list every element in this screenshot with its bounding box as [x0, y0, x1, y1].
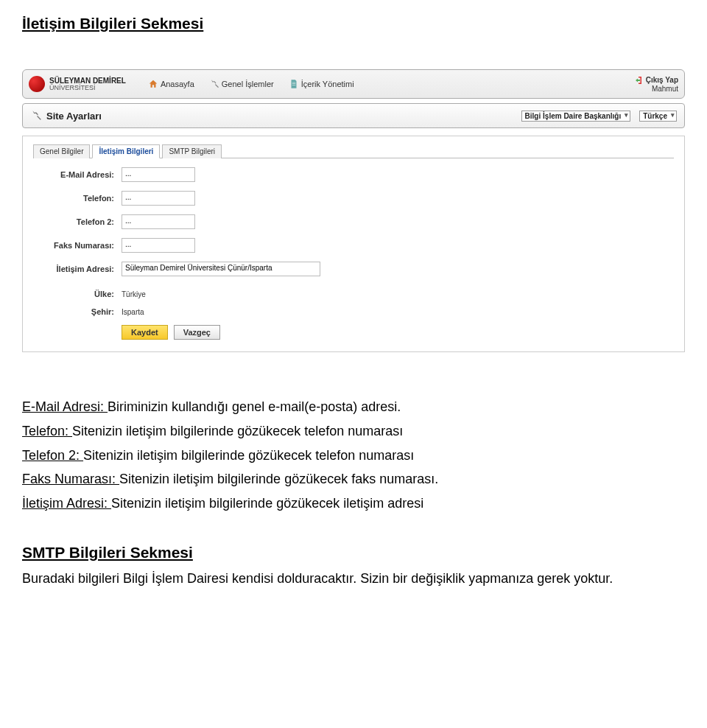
form-container: Genel Bilgiler İletişim Bilgileri SMTP B…: [22, 136, 685, 352]
tel2-label: Telefon 2:: [33, 217, 122, 226]
uni-title-block: SÜLEYMAN DEMİREL ÜNİVERSİTESİ: [49, 77, 126, 91]
logout-icon: [635, 76, 644, 85]
cancel-button[interactable]: Vazgeç: [174, 325, 220, 340]
department-select[interactable]: Bilgi İşlem Daire Başkanlığı: [521, 111, 631, 122]
faks-label: Faks Numarası:: [33, 241, 122, 250]
gear-icon: [30, 110, 42, 122]
logout-link[interactable]: Çıkış Yap: [635, 76, 678, 85]
nav-label: Genel İşlemler: [222, 80, 274, 88]
tel2-input[interactable]: ...: [122, 214, 195, 229]
home-icon: [148, 79, 158, 89]
ulke-value: Türkiye: [122, 290, 146, 298]
faks-input[interactable]: ...: [122, 238, 195, 253]
user-name: Mahmut: [652, 85, 678, 93]
sehir-value: Isparta: [122, 308, 144, 316]
uni-sub: ÜNİVERSİTESİ: [49, 85, 126, 91]
email-label: E-Mail Adresi:: [33, 170, 122, 179]
uni-logo: [29, 76, 45, 92]
descriptions: E-Mail Adresi: Biriminizin kullandığı ge…: [22, 396, 685, 514]
tab-smtp[interactable]: SMTP Bilgileri: [162, 144, 222, 158]
panel-header: Site Ayarları Bilgi İşlem Daire Başkanlı…: [22, 103, 685, 128]
nav-label: İçerik Yönetimi: [301, 80, 354, 88]
nav-label: Anasayfa: [161, 80, 194, 88]
tab-contact[interactable]: İletişim Bilgileri: [92, 144, 160, 158]
email-desc: Biriminizin kullandığı genel e-mail(e-po…: [108, 399, 401, 414]
adres-desc-title: İletişim Adresi:: [22, 496, 111, 511]
tools-icon: [209, 79, 219, 89]
nav-general[interactable]: Genel İşlemler: [209, 79, 274, 89]
save-button[interactable]: Kaydet: [122, 325, 168, 340]
faks-desc: Sitenizin iletişim bilgilerinde gözükece…: [119, 472, 438, 486]
tabs: Genel Bilgiler İletişim Bilgileri SMTP B…: [33, 144, 674, 158]
tel-input[interactable]: ...: [122, 191, 195, 206]
nav-home[interactable]: Anasayfa: [148, 79, 194, 89]
smtp-body: Buradaki bilgileri Bilgi İşlem Dairesi k…: [22, 569, 685, 589]
adres-desc: Sitenizin iletişim bilgilerinde gözükece…: [111, 496, 423, 511]
adres-input[interactable]: Süleyman Demirel Üniversitesi Çünür/Ispa…: [122, 262, 320, 276]
tel2-desc: Sitenizin iletişim bilgilerinde gözükece…: [83, 448, 414, 463]
language-select[interactable]: Türkçe: [639, 111, 677, 122]
panel-title: Site Ayarları: [46, 111, 102, 122]
email-input[interactable]: ...: [122, 167, 195, 182]
ulke-label: Ülke:: [33, 290, 122, 298]
tel-label: Telefon:: [33, 194, 122, 203]
doc-icon: [289, 79, 299, 89]
tab-general[interactable]: Genel Bilgiler: [33, 144, 90, 158]
email-desc-title: E-Mail Adresi:: [22, 399, 108, 414]
top-navbar: SÜLEYMAN DEMİREL ÜNİVERSİTESİ Anasayfa G…: [22, 69, 685, 99]
uni-name: SÜLEYMAN DEMİREL: [49, 77, 126, 85]
adres-label: İletişim Adresi:: [33, 265, 122, 273]
tel2-desc-title: Telefon 2:: [22, 448, 83, 463]
doc-heading: İletişim Bilgileri Sekmesi: [22, 15, 685, 32]
nav-content[interactable]: İçerik Yönetimi: [289, 79, 354, 89]
smtp-heading: SMTP Bilgileri Sekmesi: [22, 544, 685, 561]
faks-desc-title: Faks Numarası:: [22, 472, 119, 486]
logout-label: Çıkış Yap: [646, 76, 678, 84]
tel-desc: Sitenizin iletişim bilgilerinde gözükece…: [72, 424, 403, 438]
sehir-label: Şehir:: [33, 307, 122, 316]
tel-desc-title: Telefon:: [22, 424, 72, 438]
